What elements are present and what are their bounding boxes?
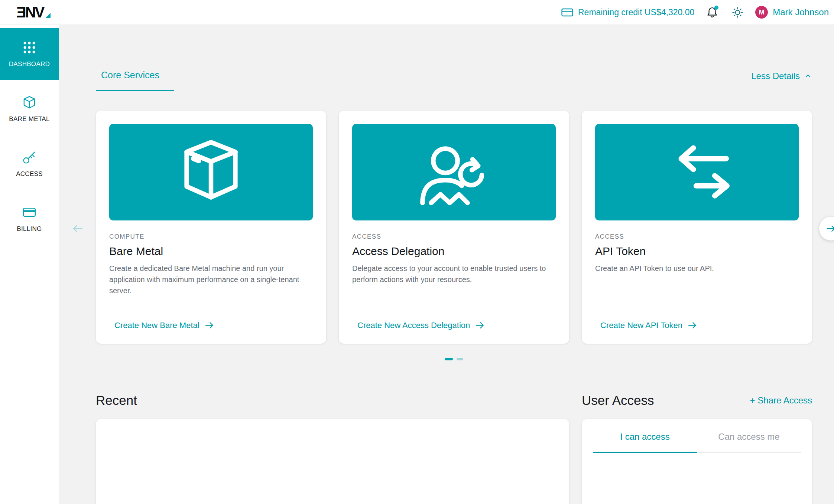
api-token-banner bbox=[595, 124, 799, 220]
arrow-right-icon bbox=[687, 320, 697, 330]
service-category: ACCESS bbox=[595, 233, 799, 240]
logo-triangle-mark bbox=[45, 13, 51, 18]
cta-label: Create New Bare Metal bbox=[114, 321, 199, 330]
transfer-arrows-icon bbox=[650, 133, 743, 212]
user-sync-icon bbox=[408, 133, 500, 212]
user-name: Mark Johnson bbox=[773, 7, 829, 17]
remaining-credit-label: Remaining credit US$4,320.00 bbox=[578, 7, 694, 17]
service-description: Delegate access to your account to enabl… bbox=[352, 263, 556, 285]
remaining-credit: Remaining credit US$4,320.00 bbox=[561, 7, 694, 17]
credit-card-icon bbox=[22, 205, 37, 220]
less-details-label: Less Details bbox=[751, 71, 800, 81]
app-logo[interactable]: ƎNV bbox=[16, 4, 51, 21]
arrow-right-icon bbox=[204, 320, 214, 330]
topbar: ƎNV Remaining credit US$4,320.00 bbox=[0, 0, 834, 25]
tab-i-can-access[interactable]: I can access bbox=[593, 432, 697, 453]
key-icon bbox=[22, 150, 37, 165]
notifications-button[interactable] bbox=[705, 5, 720, 20]
tab-can-access-me[interactable]: Can access me bbox=[697, 432, 801, 453]
user-menu[interactable]: M Mark Johnson bbox=[755, 6, 829, 19]
service-category: COMPUTE bbox=[109, 233, 313, 240]
sidebar-item-label: ACCESS bbox=[16, 170, 43, 178]
sidebar: DASHBOARD BARE METAL ACCESS B bbox=[0, 25, 59, 504]
service-title: Access Delegation bbox=[352, 245, 556, 258]
service-description: Create a dedicated Bare Metal machine an… bbox=[109, 263, 313, 296]
cta-label: Create New API Token bbox=[600, 321, 682, 330]
arrow-right-icon bbox=[475, 320, 485, 330]
arrow-right-icon bbox=[825, 223, 834, 234]
sidebar-item-billing[interactable]: BILLING bbox=[0, 193, 59, 245]
recent-title: Recent bbox=[96, 393, 569, 408]
create-bare-metal-link[interactable]: Create New Bare Metal bbox=[109, 320, 313, 330]
cta-label: Create New Access Delegation bbox=[357, 321, 470, 330]
grid-icon bbox=[22, 40, 37, 55]
sun-icon bbox=[732, 7, 743, 18]
avatar: M bbox=[755, 6, 768, 19]
sidebar-item-bare-metal[interactable]: BARE METAL bbox=[0, 83, 59, 135]
cube-icon bbox=[22, 95, 37, 110]
core-services-carousel: COMPUTE Bare Metal Create a dedicated Ba… bbox=[96, 111, 812, 344]
theme-toggle-button[interactable] bbox=[730, 5, 745, 20]
recent-section: Recent bbox=[96, 393, 569, 504]
less-details-toggle[interactable]: Less Details bbox=[751, 71, 812, 91]
sidebar-item-label: BARE METAL bbox=[9, 115, 49, 123]
sidebar-item-dashboard[interactable]: DASHBOARD bbox=[0, 28, 59, 80]
main-content: Core Services Less Details bbox=[59, 25, 834, 504]
recent-panel bbox=[96, 419, 569, 504]
service-category: ACCESS bbox=[352, 233, 556, 240]
services-header: Core Services Less Details bbox=[96, 69, 812, 91]
user-access-section: User Access + Share Access I can access … bbox=[582, 393, 812, 504]
user-access-title: User Access bbox=[582, 393, 654, 408]
carousel-dot-1[interactable] bbox=[445, 358, 453, 360]
service-description: Create an API Token to use our API. bbox=[595, 263, 799, 274]
sidebar-item-access[interactable]: ACCESS bbox=[0, 138, 59, 190]
carousel-dot-2[interactable] bbox=[457, 358, 463, 360]
tab-core-services[interactable]: Core Services bbox=[96, 69, 174, 91]
service-card-api-token: ACCESS API Token Create an API Token to … bbox=[582, 111, 812, 344]
service-title: API Token bbox=[595, 245, 799, 258]
bare-metal-banner bbox=[109, 124, 313, 220]
carousel-pagination bbox=[96, 358, 812, 360]
credit-card-icon bbox=[561, 8, 573, 17]
sidebar-item-label: BILLING bbox=[17, 225, 42, 233]
create-access-delegation-link[interactable]: Create New Access Delegation bbox=[352, 320, 556, 330]
share-access-link[interactable]: + Share Access bbox=[750, 395, 812, 406]
sidebar-item-label: DASHBOARD bbox=[9, 60, 50, 68]
service-title: Bare Metal bbox=[109, 245, 313, 258]
create-api-token-link[interactable]: Create New API Token bbox=[595, 320, 799, 330]
service-card-access-delegation: ACCESS Access Delegation Delegate access… bbox=[339, 111, 569, 344]
carousel-next-button[interactable] bbox=[819, 217, 834, 240]
user-access-tabs: I can access Can access me bbox=[582, 419, 812, 453]
user-access-panel: I can access Can access me bbox=[582, 419, 812, 504]
carousel-prev-button[interactable] bbox=[71, 222, 84, 236]
server-icon bbox=[165, 133, 257, 212]
arrow-left-icon bbox=[71, 222, 84, 235]
chevron-up-icon bbox=[804, 72, 812, 80]
service-card-bare-metal: COMPUTE Bare Metal Create a dedicated Ba… bbox=[96, 111, 326, 344]
access-delegation-banner bbox=[352, 124, 556, 220]
logo-text: ƎNV bbox=[16, 4, 43, 21]
